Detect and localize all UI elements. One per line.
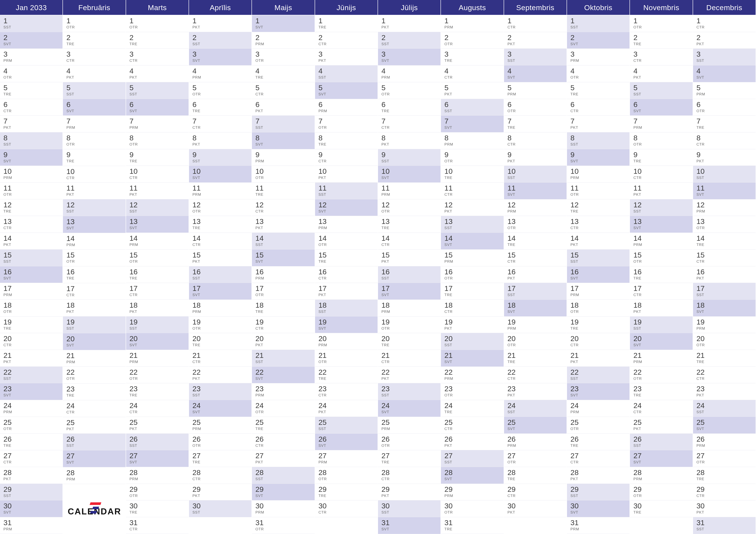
day-weekday-abbr: SVT: [570, 276, 627, 281]
day-weekday-abbr: SVT: [192, 293, 249, 297]
day-cell: 13TRE: [189, 216, 252, 233]
day-cell: 22PRM: [441, 367, 503, 384]
day-cell: 29PKT: [378, 484, 441, 501]
day-cell: 11OTR: [567, 183, 630, 199]
month-column: Decembris1CTR2PKT3SST4SVT5PRM6OTR7TRE8CT…: [693, 0, 756, 534]
day-cell: 8OTR: [63, 132, 125, 149]
day-weekday-abbr: TRE: [381, 226, 438, 230]
day-number: 12: [67, 201, 122, 208]
day-number: 17: [3, 285, 60, 292]
day-number: 16: [570, 268, 627, 275]
day-cell: 25TRE: [252, 417, 314, 434]
day-weekday-abbr: SVT: [507, 427, 564, 431]
day-weekday-abbr: CTR: [507, 377, 564, 381]
day-number: 16: [507, 268, 564, 275]
day-cell: 8PKT: [378, 132, 441, 149]
day-weekday-abbr: SST: [3, 377, 60, 381]
day-cell: 1PRM: [441, 15, 503, 32]
day-cell: 18SVT: [504, 300, 567, 317]
day-cell: 27PKT: [252, 450, 314, 467]
day-number: 9: [507, 151, 564, 158]
day-weekday-abbr: SVT: [570, 393, 627, 397]
day-weekday-abbr: SST: [318, 192, 375, 197]
day-weekday-abbr: PKT: [634, 192, 689, 197]
day-number: 6: [129, 101, 186, 108]
month-column: Novembris1OTR2TRE3CTR4PKT5SST6SVT7PRM8OT…: [630, 0, 693, 534]
day-weekday-abbr: SST: [634, 209, 689, 214]
day-weekday-abbr: SST: [318, 75, 375, 80]
day-weekday-abbr: PRM: [129, 360, 186, 364]
day-weekday-abbr: OTR: [381, 444, 438, 448]
day-number: 17: [192, 285, 249, 292]
day-cell: 18SST: [315, 300, 378, 317]
day-weekday-abbr: SST: [318, 310, 375, 314]
day-weekday-abbr: PRM: [67, 360, 122, 364]
day-weekday-abbr: TRE: [445, 410, 500, 414]
day-cell: 30SVT: [567, 500, 630, 517]
day-weekday-abbr: OTR: [129, 25, 186, 30]
day-weekday-abbr: TRE: [634, 159, 689, 164]
day-cell: 5OTR: [189, 82, 252, 99]
day-number: 24: [445, 402, 500, 409]
day-weekday-abbr: OTR: [129, 260, 186, 264]
day-weekday-abbr: TRE: [3, 326, 60, 331]
day-number: 8: [318, 134, 375, 141]
day-number: 25: [129, 419, 186, 426]
day-number: 26: [507, 435, 564, 443]
day-weekday-abbr: CTR: [318, 393, 375, 397]
day-cell: 13CTR: [567, 216, 630, 233]
day-cell: 4OTR: [0, 65, 63, 82]
day-cell: 23CTR: [315, 383, 378, 400]
day-number: 29: [318, 486, 375, 493]
day-number: 8: [634, 134, 689, 141]
day-cell: 20CTR: [567, 333, 630, 350]
day-weekday-abbr: PKT: [67, 310, 122, 314]
day-cell: 1PKT: [378, 15, 441, 32]
day-cell: 13SVT: [630, 216, 692, 233]
day-number: 4: [67, 67, 122, 74]
day-cell: 6SVT: [63, 99, 125, 116]
day-number: 18: [445, 301, 500, 309]
day-cell: 1TRE: [315, 15, 378, 32]
day-cell: 9CTR: [315, 149, 378, 166]
day-cell: 27SST: [441, 450, 503, 467]
day-number: 4: [3, 67, 60, 74]
day-number: 10: [192, 167, 249, 175]
day-weekday-abbr: PRM: [3, 59, 60, 63]
day-number: 22: [67, 369, 122, 376]
day-cell: 16CTR: [315, 267, 378, 283]
day-number: 25: [67, 419, 122, 426]
day-number: 15: [129, 251, 186, 259]
day-cell: 6CTR: [567, 99, 630, 116]
day-number: 25: [570, 419, 627, 426]
day-weekday-abbr: SST: [67, 209, 122, 214]
day-weekday-abbr: CTR: [570, 109, 627, 113]
day-cell: 28PKT: [0, 467, 63, 484]
day-weekday-abbr: SST: [3, 25, 60, 30]
day-cell: 11SVT: [504, 183, 567, 199]
day-weekday-abbr: CTR: [507, 25, 564, 30]
day-cell: 4TRE: [252, 65, 314, 82]
day-number: 12: [256, 201, 311, 208]
day-number: 16: [696, 268, 753, 275]
day-cell: 15PKT: [378, 249, 441, 267]
day-number: 26: [318, 435, 375, 443]
day-cell: 25SST: [315, 417, 378, 434]
brand-logo: CALENDAR: [63, 501, 125, 517]
day-weekday-abbr: SVT: [634, 460, 689, 465]
day-weekday-abbr: PRM: [256, 42, 311, 46]
day-number: 18: [318, 301, 375, 309]
day-cell: 2CTR: [315, 32, 378, 49]
day-weekday-abbr: OTR: [129, 494, 186, 498]
day-cell: 23SST: [189, 383, 252, 400]
day-weekday-abbr: SVT: [3, 42, 60, 46]
day-weekday-abbr: TRE: [67, 394, 122, 398]
day-number: 29: [696, 486, 753, 493]
day-weekday-abbr: CTR: [129, 527, 186, 531]
day-cell: 14SVT: [441, 233, 503, 249]
month-column: Jūlijs1PKT2SST3SVT4PRM5OTR6TRE7CTR8PKT9S…: [378, 0, 441, 534]
day-cell: 29SST: [567, 484, 630, 501]
day-weekday-abbr: CTR: [192, 360, 249, 364]
day-cell: 6TRE: [378, 99, 441, 116]
day-weekday-abbr: CTR: [3, 226, 60, 230]
